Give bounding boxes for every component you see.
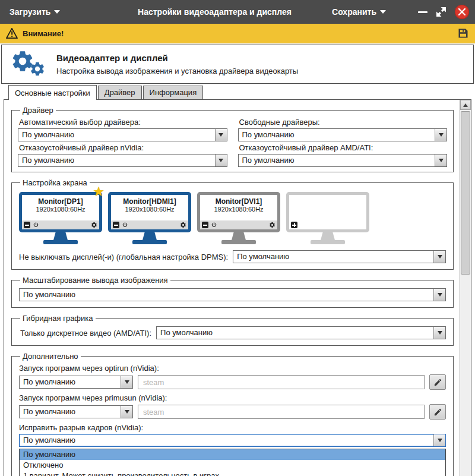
combo-dropdown-button[interactable] [433,327,445,339]
scaling-section: Масштабирование вывода изображения По ум… [11,276,454,308]
scaling-section-legend: Масштабирование вывода изображения [20,276,170,285]
arrow-up-icon [463,103,468,107]
scaling-combobox[interactable]: По умолчанию [19,288,446,301]
warning-bar: Внимание! [0,24,475,43]
combo-dropdown-button[interactable] [121,376,132,388]
optirun-combobox[interactable]: По умолчанию [19,376,133,389]
chevron-down-icon [125,380,129,384]
load-menu-label: Загрузить [10,7,50,17]
monitor-settings-icon[interactable] [180,222,186,228]
monitor-hdmi1[interactable]: Monitor[HDMI1] 1920x1080:60Hz [108,192,191,244]
discrete-video-combobox[interactable]: По умолчанию [156,326,446,339]
minimize-icon [418,11,428,13]
chevron-down-icon [380,10,386,14]
combo-dropdown-button[interactable] [215,155,227,166]
combo-dropdown-button[interactable] [215,129,227,141]
primusun-program-input[interactable] [138,405,425,419]
chevron-down-icon [54,10,60,14]
gears-icon [10,48,47,81]
menu-icon[interactable] [398,8,410,16]
maximize-button[interactable] [436,7,446,17]
optirun-program-input[interactable] [138,375,425,389]
chevron-down-icon [438,293,442,297]
dropdown-option-disabled[interactable]: Отключено [20,460,445,471]
dropdown-option-default[interactable]: По умолчанию [20,449,445,460]
pencil-icon [433,408,442,417]
primusun-label: Запуск программ через primusun (nVidia): [19,393,447,402]
load-menu-button[interactable]: Загрузить [6,5,64,19]
chevron-down-icon [438,331,442,335]
primusun-edit-button[interactable] [429,404,446,420]
warning-icon [6,28,18,39]
monitor-dp1[interactable]: ★ Monitor[DP1] 1920x1080:60Hz [19,192,102,244]
combo-dropdown-button[interactable] [433,434,445,446]
optirun-label: Запуск программ через optirun (nVidia): [19,364,447,373]
chevron-down-icon [218,159,223,162]
monitor-add-icon[interactable] [291,222,297,228]
tearfix-combobox[interactable]: По умолчанию [19,434,446,447]
monitor-remove-icon[interactable] [113,222,119,228]
failsafe-nvidia-label: Отказоустойчивый драйвер nVidia: [19,143,227,152]
tearfix-label: Исправить разрыв кадров (nVidia): [19,423,447,432]
tab-main-settings[interactable]: Основные настройки [8,85,97,100]
chevron-down-icon [438,255,442,259]
chevron-down-icon [439,133,444,137]
page-header: Видеоадаптер и дисплей Настройка вывода … [1,45,474,84]
combo-dropdown-button[interactable] [433,251,445,263]
tab-bar: Основные настройки Драйвер Информация [0,84,475,99]
free-drivers-combobox[interactable]: По умолчанию [238,128,448,141]
primary-star-icon: ★ [93,184,104,199]
driver-section-legend: Драйвер [20,106,56,115]
vertical-scrollbar[interactable] [460,100,471,476]
page-subtitle: Настройка вывода изображения и установка… [56,67,298,75]
chevron-down-icon [438,439,442,442]
minimize-button[interactable] [418,11,428,13]
close-icon [458,8,466,15]
monitor-power-icon[interactable] [211,222,217,228]
combo-dropdown-button[interactable] [435,155,446,166]
scrollbar-track[interactable] [460,110,471,476]
screen-section-legend: Настройка экрана [20,178,90,187]
dropdown-option-variant1[interactable]: 1 вариант. Может снизить производительно… [20,471,445,476]
monitor-settings-icon[interactable] [91,222,97,228]
discrete-video-label: Только дискретное видео (AMD/ATI): [20,329,151,338]
failsafe-nvidia-combobox[interactable]: По умолчанию [18,154,227,167]
close-button[interactable] [455,5,469,19]
failsafe-amd-combobox[interactable]: По умолчанию [238,154,448,167]
page-title: Видеоадаптер и дисплей [56,53,298,63]
advanced-section: Дополнительно Запуск программ через opti… [11,352,454,476]
save-menu-button[interactable]: Сохранить [328,5,390,19]
dpms-label: Не выключать дисплей(-и) (глобальная нас… [19,253,228,261]
monitor-dvi1[interactable]: Monitor[DVI1] 1920x1080:60Hz [197,192,280,244]
window-title: Настройки видеоадаптера и дисплея [101,7,328,17]
expand-icon [436,7,446,17]
content-panel: Драйвер Автоматический выбор драйвера: П… [4,99,471,476]
auto-driver-combobox[interactable]: По умолчанию [18,128,227,141]
optirun-edit-button[interactable] [429,374,446,390]
monitor-settings-icon[interactable] [269,222,276,228]
chevron-down-icon [439,159,444,162]
dpms-combobox[interactable]: По умолчанию [233,250,446,263]
monitor-power-icon[interactable] [122,222,128,228]
save-file-button[interactable] [457,27,469,39]
monitor-remove-icon[interactable] [24,222,30,228]
combo-dropdown-button[interactable] [435,129,446,141]
titlebar: Загрузить Настройки видеоадаптера и дисп… [0,0,475,24]
scrollbar-thumb[interactable] [461,111,470,275]
free-drivers-label: Свободные драйверы: [239,118,448,127]
monitor-remove-icon[interactable] [202,222,208,228]
combo-dropdown-button[interactable] [121,406,132,418]
tab-info[interactable]: Информация [143,86,204,99]
monitor-power-icon[interactable] [33,222,39,228]
scroll-up-button[interactable] [460,100,471,110]
failsafe-amd-label: Отказоустойчивый драйвер AMD/ATI: [239,143,448,152]
monitor-add-slot[interactable] [286,192,369,244]
combo-dropdown-button[interactable] [433,289,445,301]
chevron-down-icon [125,410,129,414]
primusun-combobox[interactable]: По умолчанию [19,405,133,418]
floppy-save-icon [457,27,469,39]
tab-driver[interactable]: Драйвер [98,86,142,99]
hybrid-section-legend: Гибридная графика [20,314,96,323]
pencil-icon [433,378,442,387]
auto-driver-label: Автоматический выбор драйвера: [19,118,227,127]
